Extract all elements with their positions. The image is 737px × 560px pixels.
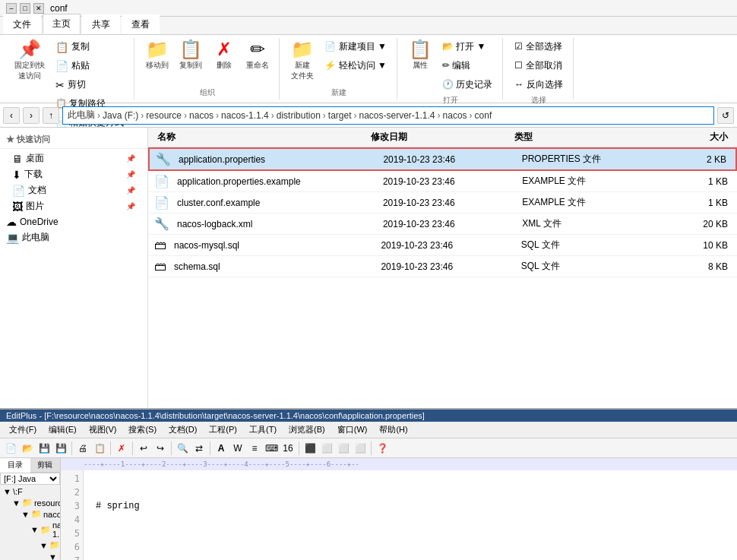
toolbar-sep-2 — [110, 441, 111, 455]
quick-access-downloads[interactable]: ⬇ 下载 📌 — [0, 166, 147, 182]
toolbar-extra[interactable]: ⬜ — [353, 441, 368, 456]
toolbar-open[interactable]: 📂 — [20, 441, 35, 456]
file-row[interactable]: 🔧 application.properties 2019-10-23 23:4… — [148, 147, 737, 171]
menu-edit[interactable]: 编辑(E) — [43, 422, 83, 437]
up-button[interactable]: ↑ — [43, 107, 59, 124]
file-row[interactable]: 📄 application.properties.example 2019-10… — [148, 171, 737, 192]
toolbar-sep-7 — [371, 441, 372, 455]
sidebar-tab-dir[interactable]: 目录 — [0, 458, 30, 473]
tree-item-resource[interactable]: ▼ 📁 resource — [11, 497, 59, 508]
this-pc-icon: 💻 — [6, 232, 19, 244]
history-button[interactable]: 🕐 历史记录 — [438, 76, 496, 93]
tree-item-target[interactable]: ▼ 📁 target — [47, 551, 59, 560]
toolbar-help[interactable]: ❓ — [375, 441, 390, 456]
file-type: SQL 文件 — [518, 237, 658, 253]
menu-file[interactable]: 文件(F) — [3, 422, 43, 437]
toolbar-highlight[interactable]: ⬜ — [319, 441, 334, 456]
select-all-button[interactable]: ☑ 全部选择 — [511, 38, 566, 55]
sidebar-onedrive[interactable]: ☁ OneDrive — [0, 214, 147, 229]
maximize-icon[interactable]: □ — [20, 3, 30, 14]
new-item-button[interactable]: 📄 新建项目 ▼ — [321, 38, 391, 55]
editplus-tree: ▼ \:F ▼ 📁 resource ▼ 📁 nacos — [0, 485, 60, 560]
file-row[interactable]: 🗃 schema.sql 2019-10-23 23:46 SQL 文件 8 K… — [148, 256, 737, 277]
col-size[interactable]: 大小 — [656, 129, 731, 145]
toolbar-bold[interactable]: A — [214, 441, 229, 456]
file-size: 20 KB — [658, 217, 731, 231]
copy-to-button[interactable]: 📋 复制到 — [176, 38, 206, 73]
menu-view[interactable]: 视图(V) — [83, 422, 123, 437]
forward-button[interactable]: › — [23, 107, 40, 124]
select-none-button[interactable]: ☐ 全部取消 — [511, 57, 566, 74]
sidebar: ★ 快速访问 🖥 桌面 📌 ⬇ 下载 📌 📄 文档 📌 🖼 图片 📌 ☁ One… — [0, 128, 148, 408]
address-path[interactable]: 此电脑 › Java (F:) › resource › nacos › nac… — [62, 106, 714, 125]
tab-share[interactable]: 共享 — [82, 14, 120, 34]
col-date[interactable]: 修改日期 — [368, 129, 512, 145]
toolbar-col[interactable]: ⬜ — [336, 441, 351, 456]
toolbar-save-all[interactable]: 💾 — [53, 441, 68, 456]
toolbar-replace[interactable]: ⇄ — [191, 441, 207, 456]
toolbar-cut[interactable]: ✗ — [114, 441, 129, 456]
onedrive-icon: ☁ — [6, 216, 17, 228]
back-button[interactable]: ‹ — [3, 107, 20, 124]
toolbar-print[interactable]: 🖨 — [75, 441, 90, 456]
file-row[interactable]: 🔧 nacos-logback.xml 2019-10-23 23:46 XML… — [148, 214, 737, 235]
properties-button[interactable]: 📋 属性 — [405, 38, 435, 73]
rename-button[interactable]: ✏ 重命名 — [242, 38, 273, 73]
tab-file[interactable]: 文件 — [3, 14, 41, 34]
tree-item-nacos[interactable]: ▼ 📁 nacos — [20, 508, 59, 520]
toolbar-new[interactable]: 📄 — [3, 441, 18, 456]
copy-button[interactable]: 📋 复制 — [52, 38, 128, 55]
file-row[interactable]: 🗃 nacos-mysql.sql 2019-10-23 23:46 SQL 文… — [148, 235, 737, 256]
code-lines[interactable]: # spring server.contextPath=/nacos serve… — [84, 470, 737, 560]
tab-view[interactable]: 查看 — [122, 14, 160, 34]
col-name[interactable]: 名称 — [154, 129, 368, 145]
delete-button[interactable]: ✗ 删除 — [209, 38, 239, 73]
move-to-button[interactable]: 📁 移动到 — [142, 38, 172, 73]
menu-project[interactable]: 工程(P) — [203, 422, 243, 437]
tree-item-distribution[interactable]: ▼ 📁 distribution — [38, 539, 59, 551]
cut-button[interactable]: ✂ 剪切 — [52, 76, 128, 93]
file-row[interactable]: 📄 cluster.conf.example 2019-10-23 23:46 … — [148, 192, 737, 214]
toolbar-code[interactable]: ⌨ — [264, 441, 279, 456]
menu-help[interactable]: 帮助(H) — [373, 422, 413, 437]
toolbar-undo[interactable]: ↩ — [136, 441, 151, 456]
quick-access-desktop[interactable]: 🖥 桌面 📌 — [0, 150, 147, 166]
edit-button[interactable]: ✏ 编辑 — [438, 57, 496, 74]
file-name: application.properties.example — [174, 175, 380, 188]
toolbar-redo[interactable]: ↪ — [153, 441, 168, 456]
toolbar-font[interactable]: W — [230, 441, 245, 456]
pin-quick-access-button[interactable]: 📌 固定到快速访问 — [11, 38, 49, 84]
tree-item-root[interactable]: ▼ \:F — [2, 486, 59, 497]
toolbar-save[interactable]: 💾 — [36, 441, 52, 456]
menu-search[interactable]: 搜索(S) — [122, 422, 163, 437]
toolbar-align[interactable]: ≡ — [247, 441, 262, 456]
toolbar-print-preview[interactable]: 📋 — [92, 441, 107, 456]
toolbar-find[interactable]: 🔍 — [175, 441, 190, 456]
sidebar-tab-clip[interactable]: 剪辑 — [30, 458, 61, 473]
editplus-sidebar: 目录 剪辑 [F:] Java ▼ \:F ▼ 📁 resource — [0, 458, 61, 560]
menu-doc[interactable]: 文档(D) — [163, 422, 203, 437]
new-label: 新建 — [331, 86, 346, 100]
file-size: 10 KB — [658, 239, 731, 252]
toolbar-hex[interactable]: 16 — [280, 441, 296, 456]
new-folder-button[interactable]: 📁 新建文件夹 — [287, 38, 318, 84]
toolbar-wrap[interactable]: ⬛ — [302, 441, 318, 456]
tree-item-nacos114[interactable]: ▼ 📁 nacos-1.1.4 — [29, 520, 59, 539]
menu-window[interactable]: 窗口(W) — [331, 422, 374, 437]
quick-access-pictures[interactable]: 🖼 图片 📌 — [0, 198, 147, 214]
quick-access-documents[interactable]: 📄 文档 📌 — [0, 182, 147, 198]
col-type[interactable]: 类型 — [511, 129, 656, 145]
easy-access-button[interactable]: ⚡ 轻松访问 ▼ — [321, 57, 391, 74]
sidebar-thispc[interactable]: 💻 此电脑 — [0, 229, 147, 245]
invert-selection-button[interactable]: ↔ 反向选择 — [511, 76, 566, 93]
close-icon[interactable]: ✕ — [33, 3, 44, 14]
open-button[interactable]: 📂 打开 ▼ — [438, 38, 496, 55]
paste-button[interactable]: 📄 粘贴 — [52, 57, 128, 74]
minimize-icon[interactable]: – — [6, 3, 17, 14]
desktop-icon: 🖥 — [12, 153, 23, 165]
menu-browser[interactable]: 浏览器(B) — [283, 422, 331, 437]
drive-select[interactable]: [F:] Java — [0, 473, 60, 485]
tab-home[interactable]: 主页 — [43, 14, 81, 34]
refresh-button[interactable]: ↺ — [717, 107, 734, 124]
menu-tools[interactable]: 工具(T) — [243, 422, 283, 437]
